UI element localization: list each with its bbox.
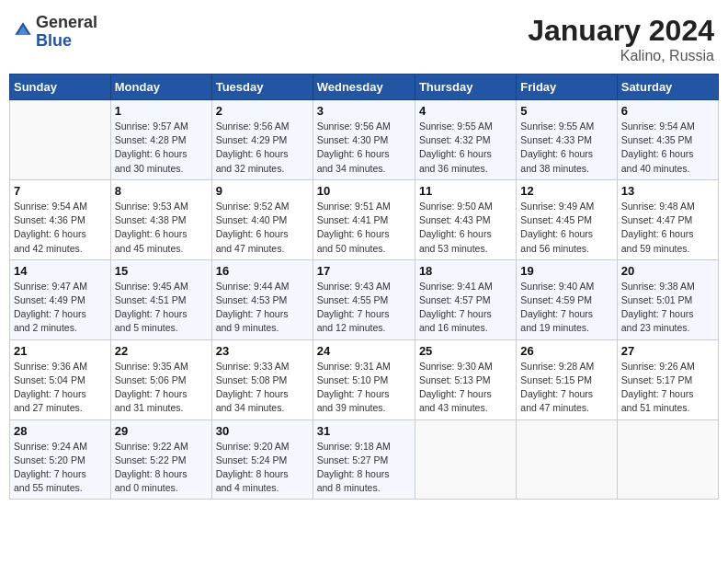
title-block: January 2024 Kalino, Russia [528, 14, 714, 64]
calendar-week-3: 14Sunrise: 9:47 AM Sunset: 4:49 PM Dayli… [10, 259, 719, 339]
calendar-cell: 17Sunrise: 9:43 AM Sunset: 4:55 PM Dayli… [313, 259, 415, 339]
calendar-cell: 26Sunrise: 9:28 AM Sunset: 5:15 PM Dayli… [517, 339, 617, 419]
calendar-cell: 30Sunrise: 9:20 AM Sunset: 5:24 PM Dayli… [211, 419, 313, 500]
calendar-cell: 4Sunrise: 9:55 AM Sunset: 4:32 PM Daylig… [415, 100, 516, 180]
day-info: Sunrise: 9:51 AM Sunset: 4:41 PM Dayligh… [317, 200, 411, 256]
day-number: 30 [216, 424, 309, 438]
day-info: Sunrise: 9:41 AM Sunset: 4:57 PM Dayligh… [419, 280, 512, 336]
weekday-header-thursday: Thursday [415, 75, 516, 100]
day-number: 15 [115, 264, 208, 278]
calendar-cell: 18Sunrise: 9:41 AM Sunset: 4:57 PM Dayli… [415, 259, 516, 339]
calendar-cell [415, 419, 516, 500]
weekday-header-wednesday: Wednesday [313, 75, 415, 100]
day-info: Sunrise: 9:56 AM Sunset: 4:30 PM Dayligh… [317, 120, 411, 176]
day-info: Sunrise: 9:31 AM Sunset: 5:10 PM Dayligh… [317, 360, 411, 416]
month-title: January 2024 [528, 14, 714, 48]
calendar-week-4: 21Sunrise: 9:36 AM Sunset: 5:04 PM Dayli… [10, 339, 719, 419]
calendar-cell: 12Sunrise: 9:49 AM Sunset: 4:45 PM Dayli… [517, 179, 617, 259]
day-info: Sunrise: 9:40 AM Sunset: 4:59 PM Dayligh… [520, 280, 612, 336]
weekday-header-monday: Monday [110, 75, 211, 100]
calendar-cell: 9Sunrise: 9:52 AM Sunset: 4:40 PM Daylig… [211, 179, 313, 259]
calendar-cell: 11Sunrise: 9:50 AM Sunset: 4:43 PM Dayli… [415, 179, 516, 259]
calendar-cell: 10Sunrise: 9:51 AM Sunset: 4:41 PM Dayli… [313, 179, 415, 259]
calendar-cell: 24Sunrise: 9:31 AM Sunset: 5:10 PM Dayli… [313, 339, 415, 419]
day-number: 8 [115, 184, 208, 198]
day-number: 23 [216, 344, 309, 358]
day-number: 11 [419, 184, 512, 198]
day-info: Sunrise: 9:30 AM Sunset: 5:13 PM Dayligh… [419, 360, 512, 416]
day-info: Sunrise: 9:20 AM Sunset: 5:24 PM Dayligh… [216, 440, 309, 496]
day-info: Sunrise: 9:24 AM Sunset: 5:20 PM Dayligh… [14, 440, 107, 496]
calendar-cell: 5Sunrise: 9:55 AM Sunset: 4:33 PM Daylig… [517, 100, 617, 180]
day-number: 31 [317, 424, 411, 438]
day-number: 10 [317, 184, 411, 198]
day-info: Sunrise: 9:56 AM Sunset: 4:29 PM Dayligh… [216, 120, 309, 176]
day-number: 24 [317, 344, 411, 358]
day-info: Sunrise: 9:48 AM Sunset: 4:47 PM Dayligh… [621, 200, 714, 256]
calendar-cell: 31Sunrise: 9:18 AM Sunset: 5:27 PM Dayli… [313, 419, 415, 500]
day-number: 21 [14, 344, 107, 358]
weekday-header-friday: Friday [517, 75, 617, 100]
day-info: Sunrise: 9:38 AM Sunset: 5:01 PM Dayligh… [621, 280, 714, 336]
location-title: Kalino, Russia [528, 48, 714, 64]
calendar-cell: 7Sunrise: 9:54 AM Sunset: 4:36 PM Daylig… [10, 179, 111, 259]
calendar-week-2: 7Sunrise: 9:54 AM Sunset: 4:36 PM Daylig… [10, 179, 719, 259]
day-info: Sunrise: 9:45 AM Sunset: 4:51 PM Dayligh… [115, 280, 208, 336]
weekday-header-saturday: Saturday [617, 75, 718, 100]
calendar-cell: 23Sunrise: 9:33 AM Sunset: 5:08 PM Dayli… [211, 339, 313, 419]
day-info: Sunrise: 9:33 AM Sunset: 5:08 PM Dayligh… [216, 360, 309, 416]
day-number: 13 [621, 184, 714, 198]
calendar-cell: 28Sunrise: 9:24 AM Sunset: 5:20 PM Dayli… [10, 419, 111, 500]
day-number: 29 [115, 424, 208, 438]
day-number: 20 [621, 264, 714, 278]
calendar-cell: 3Sunrise: 9:56 AM Sunset: 4:30 PM Daylig… [313, 100, 415, 180]
day-info: Sunrise: 9:22 AM Sunset: 5:22 PM Dayligh… [115, 440, 208, 496]
calendar-cell: 2Sunrise: 9:56 AM Sunset: 4:29 PM Daylig… [211, 100, 313, 180]
weekday-header-sunday: Sunday [10, 75, 111, 100]
day-number: 14 [14, 264, 107, 278]
day-info: Sunrise: 9:52 AM Sunset: 4:40 PM Dayligh… [216, 200, 309, 256]
day-info: Sunrise: 9:44 AM Sunset: 4:53 PM Dayligh… [216, 280, 309, 336]
calendar-week-5: 28Sunrise: 9:24 AM Sunset: 5:20 PM Dayli… [10, 419, 719, 500]
day-info: Sunrise: 9:57 AM Sunset: 4:28 PM Dayligh… [115, 120, 208, 176]
day-number: 16 [216, 264, 309, 278]
day-number: 1 [115, 104, 208, 118]
day-number: 18 [419, 264, 512, 278]
calendar-cell: 1Sunrise: 9:57 AM Sunset: 4:28 PM Daylig… [110, 100, 211, 180]
calendar-cell [10, 100, 111, 180]
calendar-cell: 19Sunrise: 9:40 AM Sunset: 4:59 PM Dayli… [517, 259, 617, 339]
day-number: 27 [621, 344, 714, 358]
day-number: 17 [317, 264, 411, 278]
day-number: 4 [419, 104, 512, 118]
day-number: 12 [520, 184, 612, 198]
day-info: Sunrise: 9:53 AM Sunset: 4:38 PM Dayligh… [115, 200, 208, 256]
day-info: Sunrise: 9:35 AM Sunset: 5:06 PM Dayligh… [115, 360, 208, 416]
weekday-header-tuesday: Tuesday [211, 75, 313, 100]
day-number: 2 [216, 104, 309, 118]
day-number: 28 [14, 424, 107, 438]
calendar-cell: 6Sunrise: 9:54 AM Sunset: 4:35 PM Daylig… [617, 100, 718, 180]
day-number: 26 [520, 344, 612, 358]
day-number: 19 [520, 264, 612, 278]
day-info: Sunrise: 9:55 AM Sunset: 4:33 PM Dayligh… [520, 120, 612, 176]
day-number: 6 [621, 104, 714, 118]
day-info: Sunrise: 9:54 AM Sunset: 4:36 PM Dayligh… [14, 200, 107, 256]
calendar-cell: 29Sunrise: 9:22 AM Sunset: 5:22 PM Dayli… [110, 419, 211, 500]
general-blue-icon [14, 21, 32, 40]
calendar-cell: 14Sunrise: 9:47 AM Sunset: 4:49 PM Dayli… [10, 259, 111, 339]
day-info: Sunrise: 9:50 AM Sunset: 4:43 PM Dayligh… [419, 200, 512, 256]
calendar-cell: 27Sunrise: 9:26 AM Sunset: 5:17 PM Dayli… [617, 339, 718, 419]
calendar-week-1: 1Sunrise: 9:57 AM Sunset: 4:28 PM Daylig… [10, 100, 719, 180]
calendar-cell: 22Sunrise: 9:35 AM Sunset: 5:06 PM Dayli… [110, 339, 211, 419]
day-number: 22 [115, 344, 208, 358]
day-number: 9 [216, 184, 309, 198]
day-info: Sunrise: 9:28 AM Sunset: 5:15 PM Dayligh… [520, 360, 612, 416]
day-number: 3 [317, 104, 411, 118]
day-number: 25 [419, 344, 512, 358]
page-header: General Blue January 2024 Kalino, Russia [9, 9, 719, 64]
calendar-table: SundayMondayTuesdayWednesdayThursdayFrid… [9, 74, 719, 500]
calendar-cell: 16Sunrise: 9:44 AM Sunset: 4:53 PM Dayli… [211, 259, 313, 339]
calendar-cell: 15Sunrise: 9:45 AM Sunset: 4:51 PM Dayli… [110, 259, 211, 339]
day-number: 7 [14, 184, 107, 198]
day-info: Sunrise: 9:18 AM Sunset: 5:27 PM Dayligh… [317, 440, 411, 496]
